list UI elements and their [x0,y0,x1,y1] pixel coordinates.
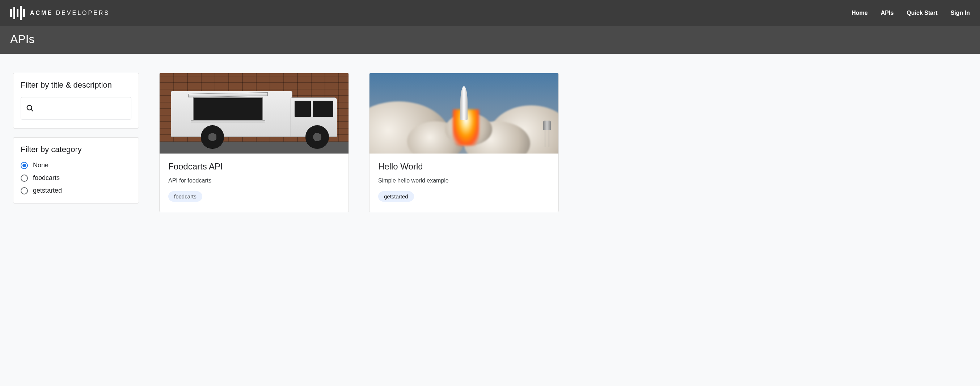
filter-search-panel: Filter by title & description [13,73,139,129]
nav-home[interactable]: Home [851,10,867,16]
brand[interactable]: ACME DEVELOPERS [10,6,110,20]
nav-apis[interactable]: APIs [881,10,894,16]
card-title: Foodcarts API [168,161,340,172]
category-radio-list: None foodcarts getstarted [21,161,131,195]
search-input-wrap[interactable] [21,97,131,120]
radio-icon [21,187,28,195]
card-title: Hello World [378,161,550,172]
api-card-foodcarts[interactable]: Foodcarts API API for foodcarts foodcart… [159,73,349,212]
brand-name: ACME DEVELOPERS [30,10,110,16]
svg-line-1 [31,109,33,112]
filter-category-title: Filter by category [21,145,131,154]
primary-nav: Home APIs Quick Start Sign In [851,10,970,16]
radio-icon [21,174,28,182]
search-input[interactable] [38,105,126,112]
page-title: APIs [10,33,970,46]
search-icon [26,104,34,112]
api-card-hello-world[interactable]: Hello World Simple hello world example g… [369,73,559,212]
brand-logo-icon [10,6,25,20]
category-radio-none[interactable]: None [21,161,131,169]
nav-quick-start[interactable]: Quick Start [907,10,937,16]
card-description: API for foodcarts [168,177,340,184]
card-description: Simple hello world example [378,177,550,184]
card-body: Foodcarts API API for foodcarts foodcart… [160,153,348,212]
page-subheader: APIs [0,26,980,54]
card-tag[interactable]: foodcarts [168,191,202,202]
radio-label: None [33,161,48,169]
card-tag[interactable]: getstarted [378,191,414,202]
nav-sign-in[interactable]: Sign In [951,10,970,16]
card-image [369,73,558,153]
card-image [160,73,348,153]
main-content: Filter by title & description Filter by … [0,54,980,231]
filter-category-panel: Filter by category None foodcarts getsta… [13,137,139,204]
radio-icon [21,162,28,169]
radio-label: foodcarts [33,174,60,182]
radio-label: getstarted [33,187,62,195]
api-card-grid: Foodcarts API API for foodcarts foodcart… [159,73,967,212]
category-radio-getstarted[interactable]: getstarted [21,187,131,195]
category-radio-foodcarts[interactable]: foodcarts [21,174,131,182]
card-body: Hello World Simple hello world example g… [369,153,558,212]
svg-point-0 [27,105,32,110]
filter-sidebar: Filter by title & description Filter by … [13,73,139,204]
filter-search-title: Filter by title & description [21,80,131,90]
top-navbar: ACME DEVELOPERS Home APIs Quick Start Si… [0,0,980,26]
